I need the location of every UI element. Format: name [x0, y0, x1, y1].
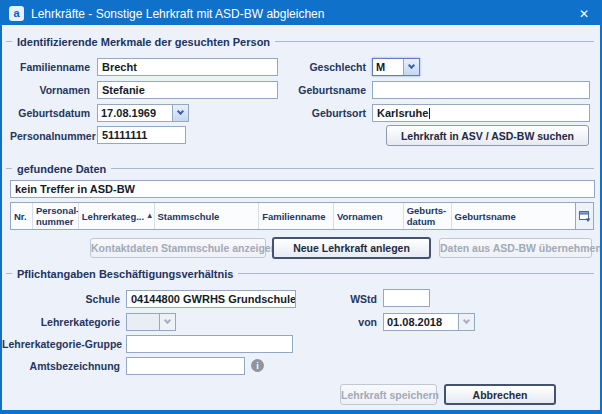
column-chooser-button[interactable]: [575, 203, 593, 229]
window-title: Lehrkräfte - Sonstige Lehrkraft mit ASD-…: [31, 7, 324, 21]
group-title-label: Identifizierende Merkmale der gesuchten …: [17, 36, 270, 48]
chevron-down-icon: [463, 317, 470, 324]
geburtsname-label: Geburtsname: [280, 84, 366, 97]
geschlecht-combo[interactable]: M: [372, 58, 420, 76]
results-table-header: Nr. Personal- nummer Lehrerkateg... ▲ St…: [10, 202, 594, 230]
group-rule: [238, 273, 594, 274]
group-rule: [6, 273, 12, 274]
schule-field[interactable]: 04144800 GWRHS Grundschule Entringen: [126, 290, 296, 308]
column-header-personalnummer[interactable]: Personal- nummer: [33, 203, 79, 229]
abbrechen-button[interactable]: Abbrechen: [444, 384, 556, 405]
neue-lehrkraft-button[interactable]: Neue Lehrkraft anlegen: [272, 237, 431, 259]
group-rule: [6, 41, 12, 42]
lehrerkategorie-gruppe-field[interactable]: [126, 335, 293, 353]
group-title-results: gefundene Daten: [6, 162, 594, 175]
lehrerkategorie-label: Lehrerkategorie: [2, 316, 120, 329]
close-button[interactable]: ✕: [568, 2, 600, 25]
von-combo[interactable]: 01.08.2018: [383, 313, 475, 331]
status-text: kein Treffer in ASD-BW: [15, 183, 135, 195]
wstd-label: WStd: [332, 293, 377, 306]
geburtsdatum-combo[interactable]: 17.08.1969: [97, 104, 189, 122]
chevron-down-icon: [164, 317, 171, 324]
lehrkraft-suchen-button[interactable]: Lehrkraft in ASV / ASD-BW suchen: [386, 125, 589, 146]
field-value: Brecht: [102, 61, 137, 73]
combo-value: 01.08.2018: [384, 314, 458, 330]
group-title-employment: Pflichtangaben Beschäftigungsverhältnis: [6, 267, 594, 280]
personalnummer-field[interactable]: 51111111: [97, 126, 186, 144]
column-chooser-icon: [579, 210, 591, 223]
schule-label: Schule: [2, 293, 120, 306]
kontaktdaten-button[interactable]: Kontaktdaten Stammschule anzeigen: [90, 238, 266, 258]
geburtsort-field[interactable]: Karlsruhe: [372, 104, 590, 122]
close-icon: ✕: [579, 8, 589, 20]
geschlecht-label: Geschlecht: [280, 61, 366, 74]
vornamen-label: Vornamen: [10, 84, 90, 97]
daten-uebernehmen-button[interactable]: Daten aus ASD-BW übernehmen: [439, 238, 592, 258]
group-rule: [111, 168, 594, 169]
group-rule: [6, 168, 12, 169]
field-value: Karlsruhe: [377, 107, 428, 119]
group-rule: [275, 41, 594, 42]
wstd-field[interactable]: [383, 289, 430, 307]
column-label: Geburts- datum: [407, 205, 447, 227]
geburtsname-field[interactable]: [372, 81, 590, 99]
dialog-window: a Lehrkräfte - Sonstige Lehrkraft mit AS…: [0, 0, 602, 414]
lehrerkategorie-combo[interactable]: [126, 313, 176, 331]
column-header-familienname[interactable]: Familienname: [259, 203, 334, 229]
lehrerkategorie-dropdown-button[interactable]: [159, 314, 175, 330]
column-header-geburtsname[interactable]: Geburtsname: [452, 203, 576, 229]
column-header-geburtsdatum[interactable]: Geburts- datum: [404, 203, 452, 229]
familienname-label: Familienname: [10, 61, 90, 74]
geburtsdatum-dropdown-button[interactable]: [172, 105, 188, 121]
column-label: Geburtsname: [455, 211, 516, 222]
field-value: 51111111: [102, 129, 147, 141]
group-title-identifying: Identifizierende Merkmale der gesuchten …: [6, 35, 594, 48]
column-header-stammschule[interactable]: Stammschule: [155, 203, 260, 229]
column-header-vornamen[interactable]: Vornamen: [334, 203, 404, 229]
column-label: Familienname: [262, 211, 325, 222]
column-label: Stammschule: [158, 211, 220, 222]
group-title-label: Pflichtangaben Beschäftigungsverhältnis: [17, 268, 233, 280]
lehrkraft-speichern-button[interactable]: Lehrkraft speichern: [340, 384, 437, 405]
personalnummer-label: Personalnummer: [10, 130, 90, 143]
info-icon: i: [251, 359, 264, 372]
von-dropdown-button[interactable]: [458, 314, 474, 330]
results-status-field: kein Treffer in ASD-BW: [10, 180, 595, 198]
familienname-field[interactable]: Brecht: [97, 58, 278, 76]
app-icon: a: [9, 6, 24, 21]
app-icon-letter: a: [13, 8, 19, 19]
von-label: von: [332, 316, 377, 329]
geschlecht-dropdown-button[interactable]: [403, 59, 419, 75]
column-label: Personal- nummer: [36, 205, 79, 227]
column-label: Vornamen: [337, 211, 383, 222]
column-label: Nr.: [14, 211, 27, 222]
text-cursor: [429, 108, 430, 119]
column-header-lehrerkategorie[interactable]: Lehrerkateg... ▲: [79, 203, 155, 229]
combo-value: [127, 314, 159, 330]
amtsbezeichnung-label: Amtsbezeichnung: [2, 360, 120, 373]
lehrerkategorie-gruppe-label: Lehrerkategorie-Gruppe: [2, 338, 120, 351]
chevron-down-icon: [177, 108, 184, 115]
field-value: Stefanie: [102, 84, 145, 96]
column-header-nr[interactable]: Nr.: [11, 203, 33, 229]
combo-value: M: [373, 59, 403, 75]
combo-value: 17.08.1969: [98, 105, 172, 121]
titlebar: a Lehrkräfte - Sonstige Lehrkraft mit AS…: [2, 2, 600, 25]
geburtsort-label: Geburtsort: [280, 107, 366, 120]
amtsbezeichnung-field[interactable]: [126, 357, 245, 375]
group-title-label: gefundene Daten: [17, 163, 106, 175]
chevron-down-icon: [408, 62, 415, 69]
column-label: Lehrerkateg...: [82, 211, 144, 222]
sort-ascending-icon: ▲: [146, 212, 153, 220]
geburtsdatum-label: Geburtsdatum: [10, 107, 90, 120]
vornamen-field[interactable]: Stefanie: [97, 81, 278, 99]
field-value: 04144800 GWRHS Grundschule Entringen: [131, 293, 296, 305]
